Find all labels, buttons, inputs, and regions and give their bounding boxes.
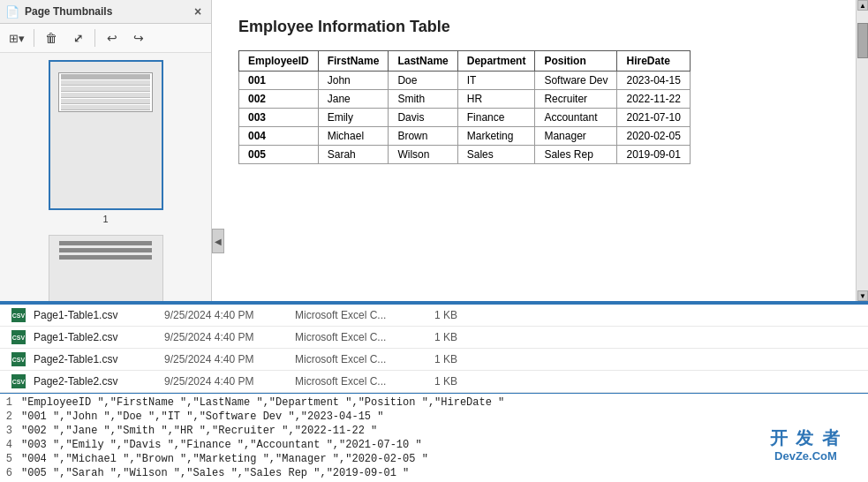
file-app: Microsoft Excel C...	[295, 331, 427, 343]
delete-icon: 🗑	[45, 31, 57, 45]
line-content: "005 ","Sarah ","Wilson ","Sales ","Sale…	[21, 467, 409, 479]
code-line: 2 "001 ","John ","Doe ","IT ","Software …	[0, 410, 868, 424]
table-cell: Finance	[457, 109, 535, 127]
col-header-department: Department	[457, 51, 535, 72]
table-cell: 001	[239, 72, 319, 90]
extract-button[interactable]: ⤢	[66, 27, 89, 49]
table-cell: 005	[239, 146, 319, 164]
redo-button[interactable]: ↪	[127, 27, 150, 49]
table-cell: 2023-04-15	[617, 72, 690, 90]
line-content: "EmployeeID ","FirstName ","LastName ","…	[21, 396, 504, 409]
col-header-position: Position	[535, 51, 617, 72]
panel-title: Page Thumbnails	[25, 5, 112, 18]
file-row[interactable]: CSV Page2-Table1.csv 9/25/2024 4:40 PM M…	[0, 349, 868, 371]
table-cell: John	[318, 72, 389, 90]
table-cell: 004	[239, 127, 319, 146]
employee-table: EmployeeID FirstName LastName Department…	[238, 50, 691, 164]
file-app: Microsoft Excel C...	[295, 309, 427, 321]
table-cell: Jane	[318, 90, 389, 109]
page-view-button[interactable]: ⊞▾	[5, 27, 28, 49]
code-line: 1 "EmployeeID ","FirstName ","LastName "…	[0, 395, 868, 410]
table-cell: 002	[239, 90, 319, 109]
code-line: 5 "004 ","Michael ","Brown ","Marketing …	[0, 452, 868, 466]
table-cell: Sales	[457, 146, 535, 164]
col-header-firstname: FirstName	[318, 51, 389, 72]
csv-icon: CSV	[11, 352, 26, 366]
csv-icon: CSV	[11, 330, 26, 344]
csv-icon: CSV	[11, 308, 26, 322]
delete-button[interactable]: 🗑	[40, 27, 63, 49]
left-panel: 📄 Page Thumbnails × ⊞▾ 🗑 ⤢ ↩ ↪	[0, 0, 212, 301]
line-content: "001 ","John ","Doe ","IT ","Software De…	[21, 410, 383, 423]
document-title: Employee Information Table	[238, 18, 842, 36]
table-cell: Michael	[318, 127, 389, 146]
table-cell: 2020-02-05	[617, 127, 690, 146]
col-header-hiredate: HireDate	[617, 51, 690, 72]
table-row: 005SarahWilsonSalesSales Rep2019-09-01	[239, 146, 691, 164]
table-cell: 003	[239, 109, 319, 127]
table-row: 001JohnDoeITSoftware Dev2023-04-15	[239, 72, 691, 90]
file-date: 9/25/2024 4:40 PM	[164, 309, 288, 321]
table-cell: Doe	[389, 72, 457, 90]
table-cell: IT	[457, 72, 535, 90]
table-cell: Marketing	[457, 127, 535, 146]
table-header-row: EmployeeID FirstName LastName Department…	[239, 51, 691, 72]
file-row[interactable]: CSV Page1-Table2.csv 9/25/2024 4:40 PM M…	[0, 327, 868, 349]
panel-titlebar: 📄 Page Thumbnails ×	[0, 0, 211, 24]
undo-button[interactable]: ↩	[101, 27, 124, 49]
table-cell: Accountant	[535, 109, 617, 127]
file-row[interactable]: CSV Page1-Table1.csv 9/25/2024 4:40 PM M…	[0, 305, 868, 327]
file-size: 1 KB	[434, 375, 457, 388]
thumbnail-page-1[interactable]: 1	[49, 60, 163, 224]
thumbnails-scroll[interactable]: 1	[0, 53, 211, 301]
table-cell: 2021-07-10	[617, 109, 690, 127]
file-name: Page2-Table1.csv	[34, 353, 157, 365]
main-content: Employee Information Table EmployeeID Fi…	[212, 0, 868, 301]
table-cell: Manager	[535, 127, 617, 146]
panel-toolbar: ⊞▾ 🗑 ⤢ ↩ ↪	[0, 24, 211, 53]
line-number: 4	[0, 439, 21, 451]
file-list: CSV Page1-Table1.csv 9/25/2024 4:40 PM M…	[0, 305, 868, 394]
redo-icon: ↪	[133, 31, 144, 45]
line-content: "003 ","Emily ","Davis ","Finance ","Acc…	[21, 439, 422, 451]
line-number: 3	[0, 425, 21, 437]
table-row: 003EmilyDavisFinanceAccountant2021-07-10	[239, 109, 691, 127]
file-date: 9/25/2024 4:40 PM	[164, 353, 288, 365]
collapse-panel-button[interactable]: ◀	[212, 229, 224, 253]
table-cell: Smith	[389, 90, 457, 109]
code-preview: 1 "EmployeeID ","FirstName ","LastName "…	[0, 394, 868, 482]
thumbnail-page-2[interactable]	[49, 235, 163, 301]
line-content: "004 ","Michael ","Brown ","Marketing ",…	[21, 453, 428, 465]
table-row: 002JaneSmithHRRecruiter2022-11-22	[239, 90, 691, 109]
file-icon: CSV	[11, 307, 26, 323]
toolbar-separator-2	[94, 29, 95, 47]
file-icon: CSV	[11, 373, 26, 389]
top-section: 📄 Page Thumbnails × ⊞▾ 🗑 ⤢ ↩ ↪	[0, 0, 868, 303]
table-cell: Sales Rep	[535, 146, 617, 164]
file-date: 9/25/2024 4:40 PM	[164, 331, 288, 343]
file-app: Microsoft Excel C...	[295, 375, 427, 388]
table-cell: Software Dev	[535, 72, 617, 90]
table-cell: Emily	[318, 109, 389, 127]
undo-icon: ↩	[107, 31, 117, 45]
table-cell: Davis	[389, 109, 457, 127]
main-scrollbar[interactable]: ▲ ▼	[856, 0, 868, 301]
line-number: 2	[0, 410, 21, 423]
table-cell: Sarah	[318, 146, 389, 164]
table-cell: 2019-09-01	[617, 146, 690, 164]
line-content: "002 ","Jane ","Smith ","HR ","Recruiter…	[21, 425, 377, 437]
line-number: 5	[0, 453, 21, 465]
file-app: Microsoft Excel C...	[295, 353, 427, 365]
table-cell: Brown	[389, 127, 457, 146]
toolbar-separator-1	[34, 29, 34, 47]
file-row[interactable]: CSV Page2-Table2.csv 9/25/2024 4:40 PM M…	[0, 371, 868, 393]
file-size: 1 KB	[434, 353, 457, 365]
file-icon: CSV	[11, 329, 26, 345]
close-panel-button[interactable]: ×	[190, 4, 206, 19]
extract-icon: ⤢	[73, 32, 83, 45]
table-cell: Wilson	[389, 146, 457, 164]
table-cell: 2022-11-22	[617, 90, 690, 109]
code-line: 3 "002 ","Jane ","Smith ","HR ","Recruit…	[0, 424, 868, 438]
table-row: 004MichaelBrownMarketingManager2020-02-0…	[239, 127, 691, 146]
scrollbar-thumb[interactable]	[857, 23, 868, 58]
